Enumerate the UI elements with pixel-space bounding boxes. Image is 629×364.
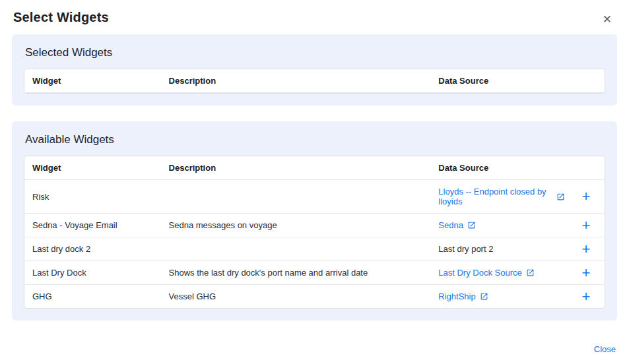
selected-widgets-panel: Selected Widgets Widget Description Data… [12, 34, 617, 106]
description-cell [161, 237, 431, 261]
external-link-icon [480, 292, 488, 301]
data-source-link[interactable]: RightShip [438, 291, 475, 301]
modal-footer: Close [594, 343, 616, 355]
available-widgets-heading: Available Widgets [25, 133, 605, 146]
data-source-cell: Lloyds -- Endpoint closed by lloyids [430, 180, 573, 214]
add-widget-button[interactable]: + [573, 285, 605, 309]
column-header-data-source: Data Source [430, 69, 605, 93]
description-cell: Shows the last dry dock's port name and … [161, 261, 431, 285]
table-row: Sedna - Voyage EmailSedna messages on vo… [24, 214, 605, 237]
data-source-cell: Sedna [430, 214, 573, 237]
external-link-icon [467, 221, 476, 229]
external-link-icon [526, 268, 535, 277]
widget-cell: Last Dry Dock [24, 261, 161, 285]
table-row: GHGVessel GHGRightShip+ [24, 285, 605, 309]
add-widget-button[interactable]: + [573, 261, 605, 285]
table-row: Last dry dock 2Last dry port 2+ [24, 237, 605, 261]
add-widget-button[interactable]: + [573, 237, 605, 261]
modal-header: Select Widgets ✕ [0, 0, 629, 34]
data-source-cell: Last Dry Dock Source [430, 261, 573, 285]
column-header-data-source: Data Source [430, 156, 573, 180]
table-header-row: Widget Description Data Source [24, 156, 605, 180]
data-source-link[interactable]: Sedna [438, 220, 463, 230]
description-cell: Vessel GHG [161, 285, 431, 309]
table-header-row: Widget Description Data Source [24, 69, 605, 93]
widget-cell: Risk [24, 180, 161, 214]
description-cell [161, 180, 431, 214]
description-cell: Sedna messages on voyage [161, 214, 431, 237]
close-icon[interactable]: ✕ [599, 11, 616, 28]
column-header-description: Description [161, 156, 431, 180]
data-source-cell: RightShip [430, 285, 573, 309]
selected-widgets-heading: Selected Widgets [25, 46, 605, 59]
column-header-add [573, 156, 605, 180]
column-header-widget: Widget [24, 69, 161, 93]
column-header-description: Description [161, 69, 431, 93]
available-widgets-panel: Available Widgets Widget Description Dat… [12, 121, 617, 320]
widget-cell: Last dry dock 2 [24, 237, 161, 261]
table-row: Last Dry DockShows the last dry dock's p… [24, 261, 605, 285]
widget-cell: GHG [24, 285, 161, 309]
data-source-text: Last dry port 2 [438, 244, 493, 254]
add-widget-button[interactable]: + [573, 214, 605, 237]
data-source-link[interactable]: Lloyds -- Endpoint closed by lloyids [438, 187, 548, 206]
add-widget-button[interactable]: + [573, 180, 605, 214]
table-row: RiskLloyds -- Endpoint closed by lloyids… [24, 180, 605, 214]
data-source-cell: Last dry port 2 [430, 237, 573, 261]
widget-cell: Sedna - Voyage Email [24, 214, 161, 237]
column-header-widget: Widget [24, 156, 161, 180]
close-button[interactable]: Close [594, 344, 616, 354]
selected-widgets-table: Widget Description Data Source [24, 69, 605, 94]
page-title: Select Widgets [13, 10, 109, 25]
data-source-link[interactable]: Last Dry Dock Source [438, 268, 521, 278]
external-link-icon [556, 193, 565, 201]
available-widgets-table: Widget Description Data Source RiskLloyd… [24, 156, 605, 309]
